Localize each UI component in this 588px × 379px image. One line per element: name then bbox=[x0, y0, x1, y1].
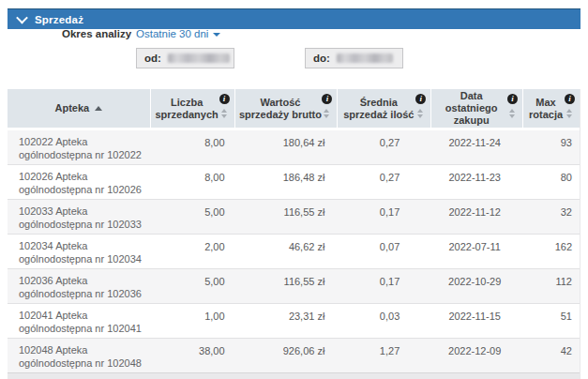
cell-liczba-sprzedanych: 8,00 bbox=[150, 165, 234, 199]
cell-srednia-ilosc: 0,03 bbox=[337, 304, 430, 338]
sales-report-page: Sprzedaż Okres analizy Ostatnie 30 dni o… bbox=[0, 0, 588, 379]
pharmacy-sales-table: AptekaLiczba sprzedanychiWartość sprzeda… bbox=[8, 89, 580, 379]
column-label: Data ostatniego zakupu bbox=[435, 90, 507, 127]
cell-srednia-ilosc: 0,17 bbox=[337, 200, 430, 234]
cell-srednia-ilosc: 0,27 bbox=[337, 130, 430, 164]
cell-liczba-sprzedanych: 5,00 bbox=[150, 200, 234, 234]
sales-panel-header[interactable]: Sprzedaż bbox=[8, 8, 580, 29]
cell-apteka: 102036 Apteka ogólnodostępna nr 102036 bbox=[8, 269, 150, 303]
cell-wartosc-brutto: 926,06 zł bbox=[234, 339, 338, 372]
column-header-wartosc-brutto[interactable]: Wartość sprzedaży bruttoi bbox=[234, 89, 338, 128]
cell-wartosc-brutto: 186,48 zł bbox=[234, 165, 338, 199]
cell-data-zakupu: 2022-11-23 bbox=[430, 165, 522, 199]
cell-srednia-ilosc: 0,27 bbox=[337, 165, 430, 199]
caret-down-icon bbox=[417, 114, 423, 118]
cell-liczba-sprzedanych: 2,00 bbox=[150, 235, 234, 268]
cell-wartosc-brutto: 46,62 zł bbox=[234, 235, 338, 268]
date-to-label: do: bbox=[313, 53, 330, 64]
cell-max-rotacja: 93 bbox=[522, 130, 580, 164]
cell-apteka: 102041 Apteka ogólnodostępna nr 102041 bbox=[8, 304, 150, 338]
cell-data-zakupu: 2022-10-29 bbox=[430, 269, 522, 303]
table-row: 102033 Apteka ogólnodostępna nr 1020335,… bbox=[8, 199, 580, 234]
cell-max-rotacja: 162 bbox=[522, 235, 580, 268]
sort-carets-icon bbox=[417, 109, 423, 118]
date-to-blurred-value bbox=[337, 53, 393, 63]
info-icon[interactable]: i bbox=[219, 94, 230, 104]
cell-max-rotacja: 80 bbox=[522, 165, 580, 199]
sort-carets-icon bbox=[566, 109, 572, 118]
table-row: 102036 Apteka ogólnodostępna nr 1020365,… bbox=[8, 268, 580, 303]
info-icon[interactable]: i bbox=[322, 94, 332, 104]
cell-liczba-sprzedanych: 38,00 bbox=[150, 339, 234, 372]
cell-liczba-sprzedanych: 1,00 bbox=[150, 304, 234, 338]
cell-srednia-ilosc: 1,27 bbox=[337, 339, 430, 372]
table-header-row: AptekaLiczba sprzedanychiWartość sprzeda… bbox=[8, 89, 580, 129]
cell-max-rotacja: 112 bbox=[522, 269, 580, 303]
cell-srednia-ilosc: 0,17 bbox=[337, 269, 430, 303]
date-from-label: od: bbox=[144, 53, 161, 64]
column-header-max-rotacja[interactable]: Max rotacjai bbox=[522, 89, 580, 128]
column-label: Max rotacja bbox=[527, 97, 565, 121]
cell-wartosc-brutto: 23,31 zł bbox=[234, 304, 338, 338]
chevron-down-icon bbox=[16, 12, 28, 24]
cell-wartosc-brutto: 116,55 zł bbox=[234, 200, 338, 234]
sort-carets-icon bbox=[509, 109, 515, 118]
info-icon[interactable]: i bbox=[565, 94, 575, 104]
column-label: Liczba sprzedanych bbox=[155, 97, 219, 121]
column-label: Apteka bbox=[55, 102, 90, 114]
cell-wartosc-brutto: 180,64 zł bbox=[234, 130, 338, 164]
table-row: 102026 Apteka ogólnodostępna nr 1020268,… bbox=[8, 164, 580, 199]
info-icon[interactable]: i bbox=[415, 94, 426, 104]
cell-apteka: 102048 Apteka ogólnodostępna nr 102048 bbox=[8, 339, 150, 372]
column-header-apteka[interactable]: Apteka bbox=[8, 89, 150, 128]
column-label: Wartość sprzedaży brutto bbox=[239, 97, 323, 121]
caret-down-icon bbox=[213, 33, 220, 37]
table-row: 102041 Apteka ogólnodostępna nr 1020411,… bbox=[8, 303, 580, 338]
date-from-input[interactable]: od: bbox=[136, 48, 234, 68]
table-row: 102034 Apteka ogólnodostępna nr 1020342,… bbox=[8, 234, 580, 268]
caret-up-icon bbox=[221, 109, 227, 113]
cell-max-rotacja: 32 bbox=[522, 200, 580, 234]
period-dropdown-value: Ostatnie 30 dni bbox=[136, 28, 208, 39]
analysis-period-label: Okres analizy bbox=[62, 28, 131, 39]
info-icon[interactable]: i bbox=[507, 94, 518, 104]
cell-data-zakupu: 2022-11-15 bbox=[430, 304, 522, 338]
cell-data-zakupu: 2022-11-24 bbox=[430, 130, 522, 164]
sort-carets-icon bbox=[324, 109, 329, 118]
caret-up-icon bbox=[509, 109, 515, 113]
sort-ascending-icon bbox=[95, 106, 102, 111]
table-footer-partial bbox=[8, 372, 580, 379]
table-row: 102048 Apteka ogólnodostępna nr 10204838… bbox=[8, 338, 580, 372]
caret-up-icon bbox=[566, 109, 572, 113]
column-header-srednia-ilosc[interactable]: Średnia sprzedaż ilośći bbox=[337, 89, 430, 128]
column-header-data-zakupu[interactable]: Data ostatniego zakupui bbox=[430, 89, 522, 128]
sort-carets-icon bbox=[221, 109, 227, 118]
caret-up-icon bbox=[417, 109, 423, 113]
date-to-input[interactable]: do: bbox=[305, 48, 403, 68]
cell-apteka: 102022 Apteka ogólnodostępna nr 102022 bbox=[8, 130, 150, 164]
cell-data-zakupu: 2022-11-12 bbox=[430, 200, 522, 234]
table-body: 102022 Apteka ogólnodostępna nr 1020228,… bbox=[8, 129, 580, 372]
cell-liczba-sprzedanych: 8,00 bbox=[150, 130, 234, 164]
date-from-blurred-value bbox=[168, 53, 230, 63]
panel-title: Sprzedaż bbox=[35, 14, 83, 25]
column-header-liczba-sprzedanych[interactable]: Liczba sprzedanychi bbox=[150, 89, 234, 128]
cell-apteka: 102033 Apteka ogólnodostępna nr 102033 bbox=[8, 200, 150, 234]
cell-data-zakupu: 2022-12-09 bbox=[430, 339, 522, 372]
caret-up-icon bbox=[324, 109, 329, 113]
cell-apteka: 102034 Apteka ogólnodostępna nr 102034 bbox=[8, 235, 150, 268]
caret-down-icon bbox=[566, 114, 572, 118]
cell-wartosc-brutto: 116,55 zł bbox=[234, 269, 338, 303]
table-row: 102022 Apteka ogólnodostępna nr 1020228,… bbox=[8, 129, 580, 164]
cell-liczba-sprzedanych: 5,00 bbox=[150, 269, 234, 303]
caret-down-icon bbox=[324, 114, 329, 118]
cell-max-rotacja: 51 bbox=[522, 304, 580, 338]
cell-max-rotacja: 42 bbox=[522, 339, 580, 372]
period-dropdown[interactable]: Ostatnie 30 dni bbox=[136, 28, 220, 39]
column-label: Średnia sprzedaż ilość bbox=[341, 97, 415, 121]
cell-data-zakupu: 2022-07-11 bbox=[430, 235, 522, 268]
cell-srednia-ilosc: 0,07 bbox=[337, 235, 430, 268]
caret-down-icon bbox=[221, 114, 227, 118]
caret-down-icon bbox=[509, 114, 515, 118]
cell-apteka: 102026 Apteka ogólnodostępna nr 102026 bbox=[8, 165, 150, 199]
